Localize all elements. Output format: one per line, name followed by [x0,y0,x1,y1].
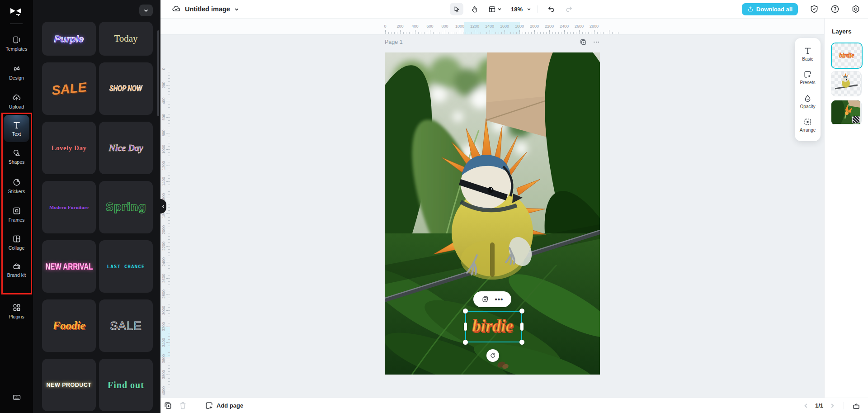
sidebar-item-templates[interactable]: Templates [0,35,33,52]
keyboard-icon [12,393,21,402]
sidebar-item-shapes[interactable]: Shapes [0,148,33,165]
sidebar-item-text[interactable]: Text [4,115,29,142]
resize-handle[interactable] [464,323,467,331]
ruler-label: 0 [384,24,386,28]
layout-grid-icon [488,5,496,13]
resize-handle[interactable] [463,309,468,313]
redo-icon [565,5,573,13]
layout-tool-button[interactable] [485,3,505,15]
chevron-down-icon[interactable] [527,7,531,11]
document-title[interactable]: Untitled image [185,5,230,13]
tool-label: Opacity [800,104,816,109]
text-template-tile-sale[interactable]: SALE [42,62,96,115]
delete-page-icon[interactable] [179,401,187,410]
sidebar-item-stickers[interactable]: Stickers [0,178,33,194]
page-indicator: 1/1 [815,402,823,409]
toolbar-divider [538,5,538,13]
download-all-label: Download all [756,6,793,13]
tool-basic[interactable]: Basic [802,47,813,62]
cursor-icon [453,5,461,13]
text-template-tile-last-chance[interactable]: LAST CHANCE [99,240,153,293]
text-template-tile-lovely-day[interactable]: Lovely Day [42,122,96,174]
ruler-label: 1000 [455,24,464,28]
cloud-saved-icon [172,5,181,14]
sidebar-item-label: Stickers [0,189,33,194]
layer-item-bird-cutout[interactable] [831,71,862,96]
duplicate-page-icon[interactable] [580,38,587,46]
settings-icon[interactable] [851,5,860,14]
brand-kit-icon [12,261,21,271]
vertical-ruler: 0200400600800100012001400160018002000220… [160,34,170,398]
redo-button[interactable] [562,3,576,15]
layer-item-text-birdie[interactable]: birdie [831,43,863,69]
prev-page-icon[interactable] [803,403,809,409]
chevron-down-icon [497,7,502,11]
text-template-tile-purple[interactable]: Purple [42,22,96,56]
safety-shield-icon[interactable] [810,5,819,14]
help-icon[interactable] [830,5,840,14]
template-label: Modern Furniture [49,204,89,210]
resize-handle[interactable] [519,309,524,313]
page-label[interactable]: Page 1 [385,39,403,45]
text-template-tile-nice-day[interactable]: Nice Day [99,122,153,174]
resize-handle[interactable] [520,323,524,331]
chevron-left-icon [161,204,165,209]
text-template-tile-sale-outline[interactable]: SALE [99,299,153,352]
ruler-label: 3400 [161,338,166,347]
sidebar-item-label: Design [0,75,33,81]
tool-arrange[interactable]: Arrange [800,118,816,133]
more-options-icon[interactable] [593,38,600,46]
layer-item-background-photo[interactable] [831,100,862,125]
more-options-icon[interactable]: ••• [495,297,504,302]
ruler-label: 200 [161,81,166,88]
download-all-button[interactable]: Download all [742,3,798,15]
sidebar-item-upload[interactable]: Upload [0,93,33,109]
text-template-tile-foodie[interactable]: Foodie [42,299,96,352]
duplicate-page-icon[interactable] [164,401,172,410]
chevron-down-icon[interactable] [234,7,239,12]
ruler-label: 3600 [161,354,166,363]
tool-presets[interactable]: Presets [800,70,816,85]
presets-icon [803,70,812,79]
resize-handle[interactable] [463,340,468,345]
collapse-panel-button[interactable] [139,5,153,16]
rotate-icon [490,352,496,359]
sidebar-item-label: Brand kit [7,272,27,278]
sidebar-item-brand-kit[interactable]: Brand kit [0,261,33,278]
keyboard-shortcuts-button[interactable] [0,393,33,404]
tool-opacity[interactable]: Opacity [800,94,816,109]
stickers-icon [12,178,21,187]
layers-panel: Layers birdie [824,18,868,398]
ruler-label: 800 [161,130,166,137]
text-template-tile-new-arrival[interactable]: NEW ARRIVAL [42,240,96,293]
panel-scrollbar[interactable] [157,30,159,116]
undo-button[interactable] [544,3,558,15]
next-page-icon[interactable] [829,403,835,409]
zoom-level-value[interactable]: 18% [511,6,523,13]
sidebar-item-design[interactable]: Design [0,64,33,81]
text-template-tile-shop-now[interactable]: SHOP NOW [99,62,153,115]
rotate-handle[interactable] [486,349,499,362]
text-template-tile-new-product[interactable]: NEW PRODUCT [42,359,96,411]
resize-handle[interactable] [519,340,524,345]
hand-tool-button[interactable] [467,3,481,15]
duplicate-icon[interactable] [481,295,489,303]
text-template-tile-modern-furniture[interactable]: Modern Furniture [42,181,96,233]
add-page-button[interactable]: Add page [205,401,243,410]
sidebar-item-frames[interactable]: Frames [0,206,33,223]
template-label: Lovely Day [52,144,87,152]
ruler-label: 4000 [161,386,166,395]
sidebar-item-plugins[interactable]: Plugins [0,303,33,319]
text-template-tile-spring[interactable]: Spring [99,181,153,233]
select-tool-button[interactable] [450,3,463,15]
text-template-tile-today[interactable]: Today [99,22,153,56]
opacity-droplet-icon [803,94,812,103]
text-template-tile-find-out[interactable]: Find out [99,359,153,411]
sidebar-item-collage[interactable]: Collage [0,234,33,251]
text-icon [12,121,21,130]
present-icon[interactable] [852,402,860,410]
add-page-icon [205,401,213,410]
capcut-logo-icon[interactable] [9,6,23,18]
shapes-icon [12,148,21,157]
template-label: Nice Day [108,143,143,153]
